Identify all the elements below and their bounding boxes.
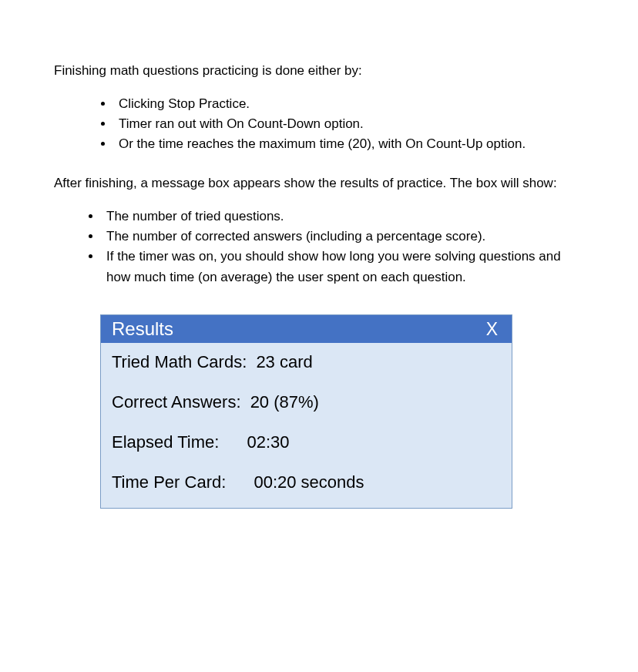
list-item: The number of corrected answers (includi… <box>102 227 584 247</box>
finishing-conditions-list: Clicking Stop Practice. Timer ran out wi… <box>54 94 584 155</box>
elapsed-time-label: Elapsed Time: <box>112 432 219 452</box>
close-button[interactable]: X <box>486 319 498 340</box>
list-item: Timer ran out with On Count-Down option. <box>114 114 584 134</box>
results-title: Results <box>112 318 173 340</box>
results-header: Results X <box>101 315 512 343</box>
elapsed-time-row: Elapsed Time: 02:30 <box>112 432 501 452</box>
list-item: Clicking Stop Practice. <box>114 94 584 114</box>
results-content-list: The number of tried questions. The numbe… <box>54 207 584 287</box>
correct-answers-row: Correct Answers: 20 (87%) <box>112 392 501 412</box>
correct-answers-value: 20 (87%) <box>250 392 319 412</box>
elapsed-time-value: 02:30 <box>247 432 290 452</box>
time-per-card-label: Time Per Card: <box>112 472 226 492</box>
time-per-card-value: 00:20 seconds <box>254 472 364 492</box>
list-item: Or the time reaches the maximum time (20… <box>114 134 584 154</box>
results-dialog: Results X Tried Math Cards: 23 card Corr… <box>100 314 512 509</box>
tried-cards-label: Tried Math Cards: <box>112 352 247 372</box>
list-item: If the timer was on, you should show how… <box>102 247 584 287</box>
list-item: The number of tried questions. <box>102 207 584 227</box>
after-finishing-paragraph: After finishing, a message box appears s… <box>54 174 584 193</box>
intro-paragraph: Finishing math questions practicing is d… <box>54 62 584 80</box>
tried-cards-value: 23 card <box>256 352 312 372</box>
tried-cards-row: Tried Math Cards: 23 card <box>112 352 501 372</box>
results-body: Tried Math Cards: 23 card Correct Answer… <box>101 343 512 508</box>
correct-answers-label: Correct Answers: <box>112 392 241 412</box>
time-per-card-row: Time Per Card: 00:20 seconds <box>112 472 501 492</box>
